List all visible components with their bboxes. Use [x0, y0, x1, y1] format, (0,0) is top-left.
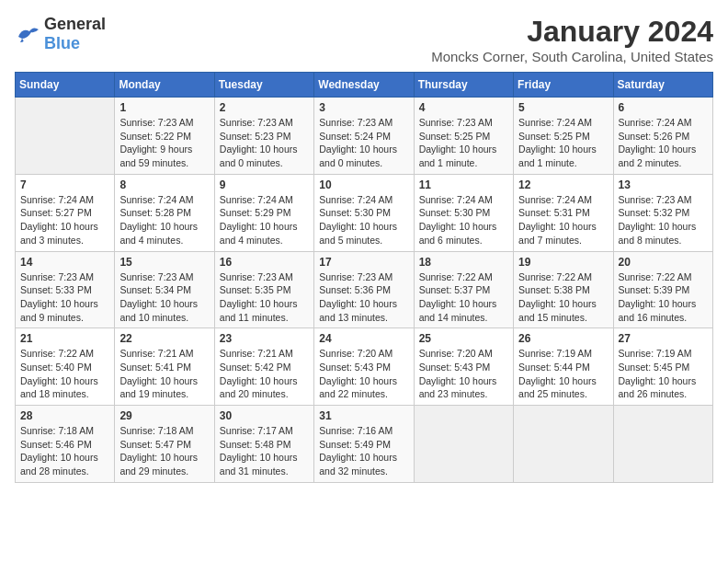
cell-content: Sunrise: 7:21 AMSunset: 5:42 PMDaylight:…: [220, 347, 309, 401]
sunrise-text: Sunrise: 7:23 AM: [20, 270, 109, 284]
sunrise-text: Sunrise: 7:23 AM: [220, 116, 309, 130]
day-number: 21: [20, 332, 109, 345]
sunset-text: Sunset: 5:32 PM: [619, 206, 708, 220]
day-number: 11: [419, 178, 508, 191]
sunrise-text: Sunrise: 7:22 AM: [20, 347, 109, 361]
daylight-text: Daylight: 10 hours and 20 minutes.: [220, 374, 309, 401]
sunrise-text: Sunrise: 7:16 AM: [319, 424, 408, 438]
daylight-text: Daylight: 10 hours and 26 minutes.: [619, 374, 708, 401]
calendar-cell: 15Sunrise: 7:23 AMSunset: 5:34 PMDayligh…: [115, 251, 214, 328]
cell-content: Sunrise: 7:23 AMSunset: 5:35 PMDaylight:…: [220, 270, 309, 325]
cell-content: Sunrise: 7:19 AMSunset: 5:45 PMDaylight:…: [619, 347, 708, 401]
calendar-header-row: SundayMondayTuesdayWednesdayThursdayFrid…: [16, 73, 713, 98]
calendar-week-row: 28Sunrise: 7:18 AMSunset: 5:46 PMDayligh…: [16, 406, 713, 483]
cell-content: Sunrise: 7:23 AMSunset: 5:36 PMDaylight:…: [319, 270, 408, 325]
header-friday: Friday: [514, 73, 613, 98]
daylight-text: Daylight: 10 hours and 32 minutes.: [319, 451, 408, 477]
sunset-text: Sunset: 5:44 PM: [518, 361, 608, 374]
sunset-text: Sunset: 5:23 PM: [220, 130, 309, 144]
sunrise-text: Sunrise: 7:22 AM: [419, 270, 508, 284]
daylight-text: Daylight: 10 hours and 29 minutes.: [119, 451, 209, 477]
calendar-week-row: 1Sunrise: 7:23 AMSunset: 5:22 PMDaylight…: [16, 98, 713, 175]
sunrise-text: Sunrise: 7:24 AM: [119, 193, 209, 207]
cell-content: Sunrise: 7:24 AMSunset: 5:25 PMDaylight:…: [518, 116, 608, 170]
calendar-cell: 9Sunrise: 7:24 AMSunset: 5:29 PMDaylight…: [214, 174, 313, 251]
daylight-text: Daylight: 10 hours and 7 minutes.: [518, 220, 608, 247]
calendar-week-row: 21Sunrise: 7:22 AMSunset: 5:40 PMDayligh…: [16, 328, 713, 406]
calendar-cell: 6Sunrise: 7:24 AMSunset: 5:26 PMDaylight…: [613, 98, 712, 175]
day-number: 29: [119, 409, 209, 422]
sunrise-text: Sunrise: 7:24 AM: [319, 193, 408, 207]
sunset-text: Sunset: 5:42 PM: [220, 361, 309, 374]
header-thursday: Thursday: [414, 73, 513, 98]
sunset-text: Sunset: 5:28 PM: [119, 206, 209, 220]
day-number: 22: [119, 332, 209, 345]
daylight-text: Daylight: 10 hours and 22 minutes.: [319, 374, 408, 401]
daylight-text: Daylight: 10 hours and 23 minutes.: [419, 374, 508, 401]
day-number: 20: [619, 256, 708, 269]
sunrise-text: Sunrise: 7:20 AM: [419, 347, 508, 361]
sunset-text: Sunset: 5:30 PM: [319, 206, 408, 220]
daylight-text: Daylight: 10 hours and 15 minutes.: [518, 297, 608, 324]
cell-content: Sunrise: 7:23 AMSunset: 5:33 PMDaylight:…: [20, 270, 109, 325]
sunrise-text: Sunrise: 7:22 AM: [619, 270, 708, 284]
daylight-text: Daylight: 10 hours and 16 minutes.: [619, 297, 708, 324]
day-number: 18: [419, 256, 508, 269]
sunrise-text: Sunrise: 7:23 AM: [319, 270, 408, 284]
sunrise-text: Sunrise: 7:19 AM: [518, 347, 608, 361]
calendar-week-row: 14Sunrise: 7:23 AMSunset: 5:33 PMDayligh…: [16, 251, 713, 328]
calendar-cell: 11Sunrise: 7:24 AMSunset: 5:30 PMDayligh…: [414, 174, 513, 251]
daylight-text: Daylight: 10 hours and 1 minute.: [419, 143, 508, 169]
cell-content: Sunrise: 7:23 AMSunset: 5:32 PMDaylight:…: [619, 193, 708, 247]
day-number: 25: [419, 332, 508, 345]
daylight-text: Daylight: 10 hours and 10 minutes.: [119, 297, 209, 324]
day-number: 30: [220, 409, 309, 422]
header-monday: Monday: [115, 73, 214, 98]
header: General Blue January 2024 Moncks Corner,…: [15, 15, 713, 64]
sunrise-text: Sunrise: 7:22 AM: [518, 270, 608, 284]
cell-content: Sunrise: 7:24 AMSunset: 5:31 PMDaylight:…: [518, 193, 608, 247]
cell-content: Sunrise: 7:23 AMSunset: 5:22 PMDaylight:…: [119, 116, 209, 170]
sunrise-text: Sunrise: 7:24 AM: [619, 116, 708, 130]
sunset-text: Sunset: 5:43 PM: [419, 361, 508, 374]
sunset-text: Sunset: 5:30 PM: [419, 206, 508, 220]
sunrise-text: Sunrise: 7:24 AM: [220, 193, 309, 207]
calendar-cell: 28Sunrise: 7:18 AMSunset: 5:46 PMDayligh…: [16, 406, 115, 483]
cell-content: Sunrise: 7:24 AMSunset: 5:27 PMDaylight:…: [20, 193, 109, 247]
daylight-text: Daylight: 10 hours and 0 minutes.: [220, 143, 309, 169]
calendar-cell: [414, 406, 513, 483]
calendar-cell: 1Sunrise: 7:23 AMSunset: 5:22 PMDaylight…: [115, 98, 214, 175]
daylight-text: Daylight: 10 hours and 25 minutes.: [518, 374, 608, 401]
cell-content: Sunrise: 7:23 AMSunset: 5:34 PMDaylight:…: [119, 270, 209, 325]
sunrise-text: Sunrise: 7:23 AM: [119, 270, 209, 284]
cell-content: Sunrise: 7:22 AMSunset: 5:37 PMDaylight:…: [419, 270, 508, 325]
sunset-text: Sunset: 5:39 PM: [619, 283, 708, 297]
cell-content: Sunrise: 7:23 AMSunset: 5:24 PMDaylight:…: [319, 116, 408, 170]
cell-content: Sunrise: 7:18 AMSunset: 5:47 PMDaylight:…: [119, 424, 209, 478]
day-number: 6: [619, 101, 708, 114]
cell-content: Sunrise: 7:21 AMSunset: 5:41 PMDaylight:…: [119, 347, 209, 401]
daylight-text: Daylight: 10 hours and 3 minutes.: [20, 220, 109, 247]
calendar-cell: 14Sunrise: 7:23 AMSunset: 5:33 PMDayligh…: [16, 251, 115, 328]
cell-content: Sunrise: 7:23 AMSunset: 5:23 PMDaylight:…: [220, 116, 309, 170]
sunset-text: Sunset: 5:46 PM: [20, 438, 109, 452]
sunset-text: Sunset: 5:37 PM: [419, 283, 508, 297]
logo-text: General Blue: [44, 15, 106, 53]
sunrise-text: Sunrise: 7:24 AM: [518, 116, 608, 130]
daylight-text: Daylight: 10 hours and 0 minutes.: [319, 143, 408, 169]
cell-content: Sunrise: 7:22 AMSunset: 5:40 PMDaylight:…: [20, 347, 109, 401]
title-area: January 2024 Moncks Corner, South Caroli…: [431, 15, 713, 64]
calendar-cell: 26Sunrise: 7:19 AMSunset: 5:44 PMDayligh…: [514, 328, 613, 406]
header-saturday: Saturday: [613, 73, 712, 98]
sunset-text: Sunset: 5:34 PM: [119, 283, 209, 297]
daylight-text: Daylight: 10 hours and 28 minutes.: [20, 451, 109, 477]
calendar-cell: 27Sunrise: 7:19 AMSunset: 5:45 PMDayligh…: [613, 328, 712, 406]
day-number: 16: [220, 256, 309, 269]
logo-general: General: [44, 15, 106, 33]
calendar-cell: 20Sunrise: 7:22 AMSunset: 5:39 PMDayligh…: [613, 251, 712, 328]
calendar-cell: 21Sunrise: 7:22 AMSunset: 5:40 PMDayligh…: [16, 328, 115, 406]
sunset-text: Sunset: 5:33 PM: [20, 283, 109, 297]
sunset-text: Sunset: 5:24 PM: [319, 130, 408, 144]
cell-content: Sunrise: 7:19 AMSunset: 5:44 PMDaylight:…: [518, 347, 608, 401]
calendar-table: SundayMondayTuesdayWednesdayThursdayFrid…: [15, 72, 713, 483]
